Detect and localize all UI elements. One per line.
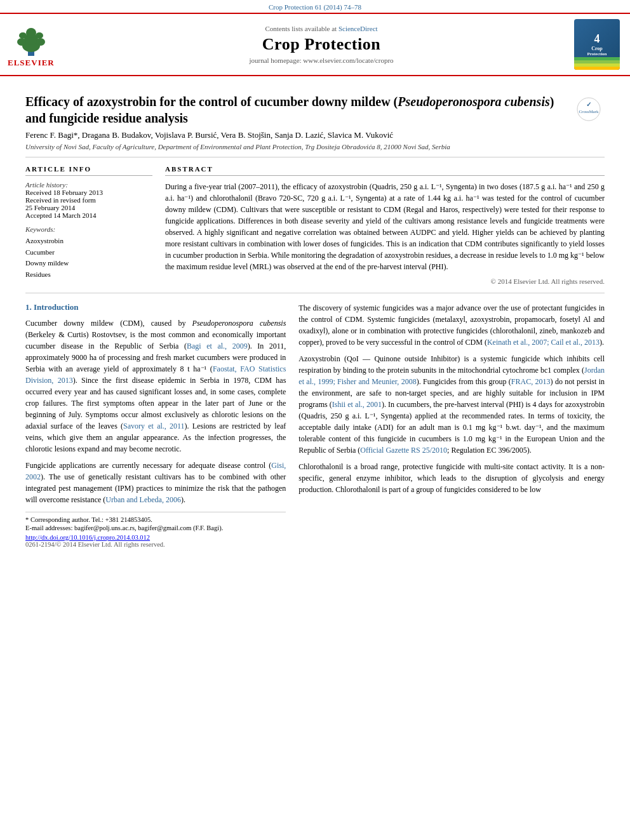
article-title: Efficacy of azoxystrobin for the control…: [25, 93, 570, 126]
footnote-section: * Corresponding author. Tel.: +381 21485…: [25, 512, 286, 548]
body-right-column: The discovery of systemic fungicides was…: [298, 302, 605, 548]
official-gazette-cite[interactable]: Official Gazette RS 25/2010: [360, 446, 447, 455]
article-title-section: Efficacy of azoxystrobin for the control…: [25, 84, 605, 157]
article-info-column: Article Info Article history: Received 1…: [25, 165, 152, 285]
badge-stripes: [574, 57, 620, 70]
article-authors: Ferenc F. Bagi*, Dragana B. Budakov, Voj…: [25, 130, 570, 140]
bagi-cite[interactable]: Bagi et al., 2009: [187, 342, 248, 350]
badge-word1: Crop: [591, 46, 603, 51]
keyword-2: Cucumber: [25, 247, 152, 258]
doi-line: http://dx.doi.org/10.1016/j.cropro.2014.…: [25, 534, 286, 541]
science-direct-line: Contents lists available at ScienceDirec…: [265, 25, 377, 32]
received-date: Received 18 February 2013: [25, 189, 152, 196]
ishii-cite[interactable]: Ishii et al., 2001: [332, 400, 382, 409]
intro-para-2: Fungicide applications are currently nec…: [25, 460, 286, 505]
article-title-area: Efficacy of azoxystrobin for the control…: [25, 93, 570, 150]
svg-point-6: [19, 32, 27, 39]
faostat-cite[interactable]: Faostat, FAO Statistics Division, 2013: [25, 364, 286, 385]
keyword-3: Downy mildew: [25, 258, 152, 269]
urban-cite[interactable]: Urban and Lebeda, 2006: [105, 495, 181, 504]
keyword-4: Residues: [25, 269, 152, 281]
right-para-3: Chlorothalonil is a broad range, protect…: [298, 461, 605, 495]
journal-header-center: Contents lists available at ScienceDirec…: [77, 19, 565, 70]
crossmark-icon: ✓ CrossMark: [576, 97, 601, 122]
revised-date: 25 February 2014: [25, 204, 152, 211]
keinath-cite[interactable]: Keinath et al., 2007; Cail et al., 2013: [487, 338, 600, 347]
gisi-cite[interactable]: Gisi, 2002: [25, 461, 286, 481]
journal-header: ELSEVIER Contents lists available at Sci…: [0, 13, 630, 76]
svg-point-4: [17, 38, 26, 46]
keyword-1: Azoxystrobin: [25, 236, 152, 247]
svg-point-5: [36, 38, 45, 46]
right-para-1: The discovery of systemic fungicides was…: [298, 302, 605, 348]
journal-badge-section: 4 Crop Protection: [572, 19, 622, 70]
keywords-section: Keywords: Azoxystrobin Cucumber Downy mi…: [25, 225, 152, 280]
abstract-text: During a five-year trial (2007–2011), th…: [165, 181, 605, 272]
article-history: Article history: Received 18 February 20…: [25, 181, 152, 219]
body-columns: 1. Introduction Cucumber downy mildew (C…: [25, 293, 605, 548]
crossmark-section: ✓ CrossMark: [576, 97, 605, 124]
journal-title: Crop Protection: [262, 35, 380, 54]
svg-point-7: [36, 32, 43, 39]
article-info-heading: Article Info: [25, 165, 152, 176]
received-revised-label: Received in revised form: [25, 196, 152, 204]
doi-link[interactable]: http://dx.doi.org/10.1016/j.cropro.2014.…: [25, 534, 150, 541]
elsevier-tree-icon: [9, 22, 53, 57]
copyright-line: © 2014 Elsevier Ltd. All rights reserved…: [165, 277, 605, 285]
intro-para-1: Cucumber downy mildew (CDM), caused by P…: [25, 317, 286, 455]
abstract-section: Abstract During a five-year trial (2007–…: [165, 165, 605, 285]
frac-cite[interactable]: FRAC, 2013: [511, 377, 551, 386]
badge-number: 4: [594, 32, 600, 46]
footnote-emails: E-mail addresses: bagifer@polj.uns.ac.rs…: [25, 524, 286, 531]
badge-word2: Protection: [587, 51, 607, 57]
elsevier-logo-section: ELSEVIER: [8, 19, 71, 70]
body-left-column: 1. Introduction Cucumber downy mildew (C…: [25, 302, 286, 548]
journal-citation-bar: Crop Protection 61 (2014) 74–78: [0, 0, 630, 13]
elsevier-logo: ELSEVIER: [8, 22, 55, 68]
issn-line: 0261-2194/© 2014 Elsevier Ltd. All right…: [25, 541, 286, 548]
footnote-corresponding: * Corresponding author. Tel.: +381 21485…: [25, 516, 286, 523]
savory-cite[interactable]: Savory et al., 2011: [123, 422, 185, 430]
article-affiliation: University of Novi Sad, Faculty of Agric…: [25, 143, 570, 150]
svg-text:✓: ✓: [586, 101, 591, 108]
journal-homepage: journal homepage: www.elsevier.com/locat…: [249, 57, 393, 64]
right-para-2: Azoxystrobin (QoI — Quinone outside Inhi…: [298, 353, 605, 456]
journal-citation: Crop Protection 61 (2014) 74–78: [269, 3, 361, 11]
accepted-date: Accepted 14 March 2014: [25, 211, 152, 219]
science-direct-link[interactable]: ScienceDirect: [338, 25, 378, 32]
abstract-heading: Abstract: [165, 165, 605, 176]
intro-heading: 1. Introduction: [25, 302, 286, 312]
svg-text:CrossMark: CrossMark: [579, 109, 599, 114]
info-abstract-section: Article Info Article history: Received 1…: [25, 157, 605, 293]
history-label: Article history:: [25, 181, 152, 189]
elsevier-brand-text: ELSEVIER: [8, 58, 55, 68]
article-content: Efficacy of azoxystrobin for the control…: [0, 76, 630, 556]
keywords-label: Keywords:: [25, 225, 152, 233]
species-name: Pseudoperonospora cubensis: [398, 95, 549, 109]
jordan-cite[interactable]: Jordan et al., 1999; Fisher and Meunier,…: [298, 366, 605, 386]
crop-protection-badge: 4 Crop Protection: [574, 19, 620, 70]
svg-point-3: [26, 28, 36, 38]
